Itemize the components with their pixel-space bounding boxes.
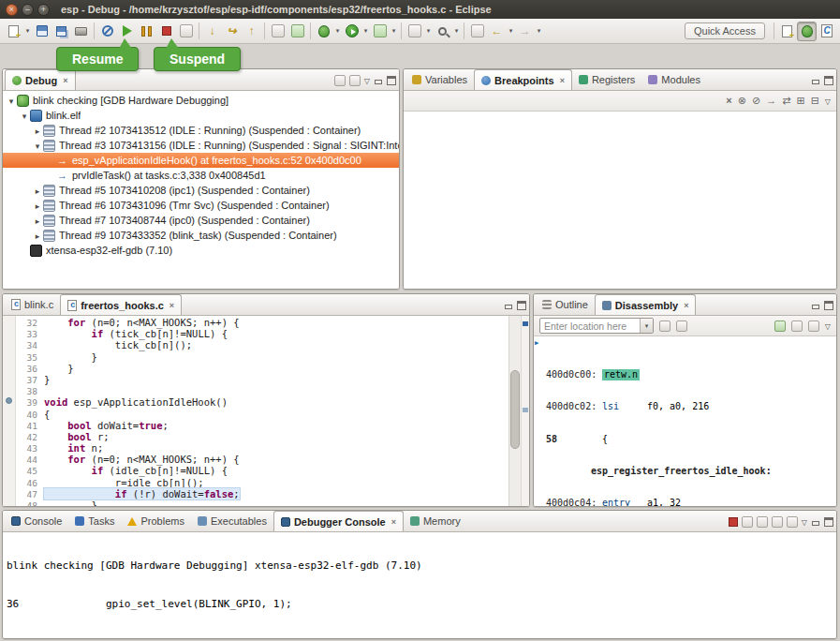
run-button[interactable] — [342, 22, 361, 41]
window-minimize-button[interactable] — [22, 4, 34, 16]
debug-button[interactable] — [314, 22, 333, 41]
chevron-collapsed-icon[interactable] — [32, 230, 43, 241]
chevron-down-icon[interactable] — [361, 22, 370, 41]
suspend-button[interactable] — [137, 22, 156, 41]
open-perspective-button[interactable] — [777, 22, 797, 41]
chevron-collapsed-icon[interactable] — [32, 125, 43, 136]
clear-console-button[interactable] — [757, 516, 768, 528]
view-menu-icon[interactable] — [825, 320, 831, 331]
new-project-button[interactable] — [405, 22, 424, 41]
tab-variables[interactable]: Variables — [405, 69, 474, 90]
scrollbar-thumb[interactable] — [510, 370, 520, 449]
debug-tree-row[interactable]: Thread #7 1073408744 (ipc0) (Suspended :… — [3, 213, 399, 228]
debug-tree-row-selected[interactable]: esp_vApplicationIdleHook() at freertos_h… — [3, 153, 399, 168]
quick-access-button[interactable]: Quick Access — [685, 22, 765, 39]
last-edit-location-button[interactable] — [467, 22, 487, 41]
chevron-down-icon[interactable] — [23, 22, 32, 41]
skip-all-breakpoints-button[interactable] — [97, 22, 117, 41]
step-into-button[interactable] — [202, 22, 222, 41]
close-icon[interactable] — [63, 76, 67, 85]
debug-tree-row[interactable]: xtensa-esp32-elf-gdb (7.10) — [3, 243, 399, 258]
tab-executables[interactable]: Executables — [191, 511, 273, 531]
terminate-icon[interactable] — [729, 517, 738, 527]
debug-tree-row[interactable]: Thread #5 1073410208 (ipc1) (Suspended :… — [3, 183, 399, 198]
minimize-icon[interactable] — [811, 301, 820, 310]
chevron-down-icon[interactable] — [333, 22, 342, 41]
close-icon[interactable] — [560, 76, 565, 85]
tab-registers[interactable]: Registers — [572, 69, 641, 90]
minimize-icon[interactable] — [811, 76, 820, 85]
step-over-button[interactable] — [222, 22, 242, 41]
debug-view-layout-button[interactable] — [349, 75, 361, 86]
external-tools-button[interactable] — [370, 22, 390, 41]
chevron-down-icon[interactable] — [424, 22, 433, 41]
remove-breakpoint-icon[interactable] — [726, 96, 731, 106]
skip-all-breakpoints-icon[interactable] — [752, 96, 760, 106]
chevron-down-icon[interactable] — [390, 22, 398, 41]
maximize-icon[interactable] — [824, 517, 833, 527]
tab-blink-c[interactable]: blink.c — [5, 294, 60, 315]
debug-tree-row[interactable]: Thread #6 1073431096 (Tmr Svc) (Suspende… — [3, 198, 399, 213]
sync-selection-button[interactable] — [791, 320, 803, 332]
chevron-down-icon[interactable] — [640, 319, 653, 333]
remove-all-breakpoints-icon[interactable] — [738, 96, 746, 106]
drop-to-frame-button[interactable] — [268, 22, 287, 41]
debug-tree-row[interactable]: blink.elf — [3, 108, 399, 123]
pin-console-button[interactable] — [787, 516, 798, 528]
maximize-icon[interactable] — [387, 76, 396, 85]
view-menu-icon[interactable] — [802, 516, 807, 527]
tab-freertos-hooks-c[interactable]: freertos_hooks.c — [60, 294, 182, 315]
chevron-down-icon[interactable] — [535, 22, 543, 41]
debug-tree-row[interactable]: Thread #3 1073413156 (IDLE : Running) (S… — [3, 138, 399, 153]
debug-tree-row[interactable]: blink checking [GDB Hardware Debugging] — [3, 93, 399, 108]
disconnect-button[interactable] — [176, 22, 196, 41]
tab-disassembly[interactable]: Disassembly — [595, 294, 697, 315]
save-all-button[interactable] — [52, 22, 71, 41]
window-close-button[interactable] — [6, 4, 18, 16]
debug-tree-row[interactable]: Thread #9 1073433352 (blink_task) (Suspe… — [3, 228, 399, 243]
instruction-stepping-button[interactable] — [287, 22, 307, 41]
tab-debug[interactable]: Debug — [5, 69, 76, 90]
view-menu-icon[interactable] — [825, 96, 831, 106]
go-to-file-icon[interactable] — [766, 96, 776, 106]
remove-all-terminated-button[interactable] — [334, 75, 346, 86]
print-button[interactable] — [71, 22, 91, 41]
tab-modules[interactable]: Modules — [641, 69, 707, 90]
vertical-scrollbar[interactable] — [508, 316, 521, 506]
location-combo[interactable]: Enter location here — [539, 318, 654, 334]
expand-all-icon[interactable] — [796, 96, 804, 106]
home-location-button[interactable] — [676, 320, 687, 332]
minimize-icon[interactable] — [504, 301, 513, 310]
tab-outline[interactable]: Outline — [536, 294, 595, 315]
show-opcodes-button[interactable] — [808, 320, 819, 332]
close-icon[interactable] — [169, 301, 174, 310]
tab-debugger-console[interactable]: Debugger Console — [273, 511, 404, 531]
chevron-collapsed-icon[interactable] — [32, 215, 43, 226]
refresh-view-button[interactable] — [659, 320, 671, 332]
chevron-down-icon[interactable] — [452, 22, 461, 41]
minimize-icon[interactable] — [374, 76, 383, 85]
location-input[interactable]: Enter location here — [540, 320, 640, 332]
breakpoints-list-empty[interactable] — [404, 112, 836, 289]
track-expression-button[interactable] — [774, 320, 786, 332]
chevron-down-icon[interactable] — [507, 22, 515, 41]
overview-ruler[interactable] — [521, 316, 529, 506]
tab-problems[interactable]: Problems — [121, 511, 190, 531]
chevron-collapsed-icon[interactable] — [32, 185, 43, 196]
collapse-all-icon[interactable] — [811, 96, 819, 106]
maximize-icon[interactable] — [824, 301, 833, 310]
new-wizard-button[interactable] — [4, 22, 23, 41]
remove-launch-button[interactable] — [742, 516, 753, 528]
debugger-console-output[interactable]: blink checking [GDB Hardware Debugging] … — [3, 532, 836, 638]
chevron-expanded-icon[interactable] — [32, 140, 43, 151]
save-button[interactable] — [32, 22, 52, 41]
code-editor[interactable]: 32 for (n=0; n<MAX_HOOKS; n++) { 33 if (… — [3, 316, 529, 506]
tab-console[interactable]: Console — [5, 511, 68, 531]
tab-memory[interactable]: Memory — [404, 511, 467, 531]
chevron-expanded-icon[interactable] — [19, 110, 30, 121]
scroll-lock-button[interactable] — [772, 516, 783, 528]
debug-perspective-button[interactable] — [797, 22, 817, 41]
tab-tasks[interactable]: Tasks — [68, 511, 121, 531]
maximize-icon[interactable] — [824, 76, 833, 85]
view-menu-icon[interactable] — [364, 75, 370, 85]
